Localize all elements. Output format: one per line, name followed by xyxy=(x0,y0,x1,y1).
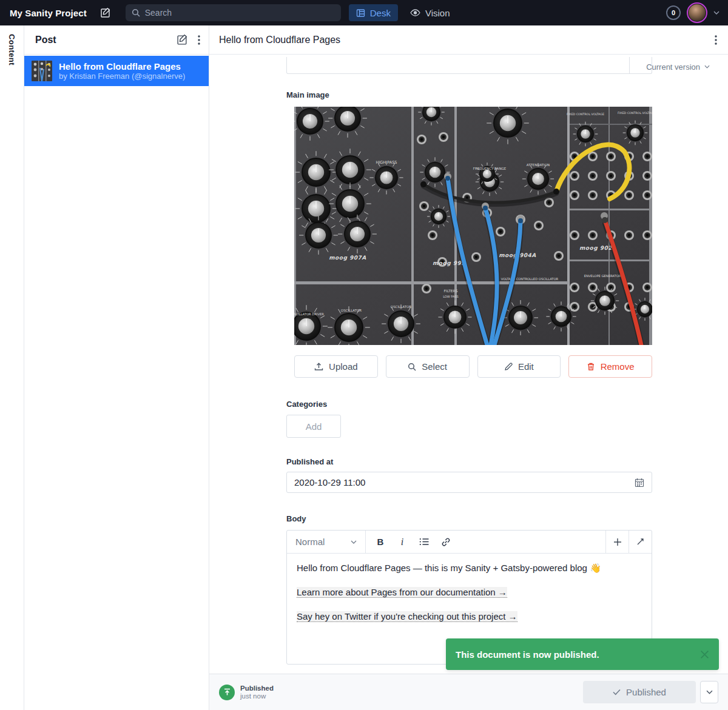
document-footer: Published just now Published xyxy=(209,674,728,710)
edit-label: Edit xyxy=(518,361,534,372)
remove-label: Remove xyxy=(601,361,635,372)
main-image-label: Main image xyxy=(286,90,652,99)
post-panel-header: Post xyxy=(24,25,209,55)
check-icon xyxy=(613,689,621,695)
upload-label: Upload xyxy=(329,361,358,372)
search-icon xyxy=(132,8,140,17)
body-paragraph[interactable]: Hello from Cloudflare Pages — this is my… xyxy=(297,563,642,574)
post-item-title: Hello from Cloudflare Pages xyxy=(59,61,185,72)
trash-icon xyxy=(587,362,595,371)
edit-button[interactable]: Edit xyxy=(477,355,561,378)
post-panel-menu-icon[interactable] xyxy=(198,35,200,45)
avatar[interactable] xyxy=(687,2,707,23)
publish-button-label: Published xyxy=(626,687,666,697)
eye-icon xyxy=(410,9,420,16)
body-link-twitter[interactable]: Say hey on Twitter if you're checking ou… xyxy=(297,611,517,622)
categories-label: Categories xyxy=(286,400,652,409)
synth-panel-label: FREQUENCY RANGE xyxy=(473,167,507,170)
document-scroll-area[interactable]: Current version Main image xyxy=(209,55,728,674)
synth-panel-label: ATTENUATION xyxy=(527,163,550,167)
post-item-subtitle: by Kristian Freeman (@signalnerve) xyxy=(59,72,185,81)
synth-panel-label: moog 907A xyxy=(329,255,366,261)
synth-panel-label: LOW PASS xyxy=(443,295,459,298)
search-icon xyxy=(408,363,416,371)
italic-icon[interactable]: i xyxy=(393,532,412,552)
publish-status-title: Published xyxy=(240,685,274,692)
search-bar[interactable] xyxy=(126,4,341,21)
chevron-down-icon xyxy=(706,690,713,694)
publish-status: Published just now xyxy=(219,685,274,700)
document-menu-icon[interactable] xyxy=(715,35,717,45)
bold-icon[interactable]: B xyxy=(371,532,390,552)
published-at-label: Published at xyxy=(286,457,652,466)
select-button[interactable]: Select xyxy=(386,355,470,378)
link-icon[interactable] xyxy=(436,532,456,552)
sanity-studio: My Sanity Project Desk xyxy=(0,0,728,710)
published-at-input[interactable] xyxy=(294,477,635,487)
synth-panel-label: FILTERS xyxy=(443,289,457,293)
content-rail-label: Content xyxy=(7,34,16,710)
tab-desk-label: Desk xyxy=(370,8,391,18)
fullscreen-button[interactable] xyxy=(629,531,652,553)
post-list-panel: Post xyxy=(24,25,209,710)
synth-panel-label: OSCILLATOR xyxy=(341,309,362,312)
add-category-button[interactable]: Add xyxy=(286,415,341,438)
publish-toast: This document is now published. xyxy=(446,638,719,670)
editor-toolbar: Normal B i xyxy=(287,531,652,554)
synth-panel-label: ENVELOPE GENERATOR xyxy=(584,274,621,278)
publish-status-time: just now xyxy=(240,692,274,700)
post-list-item-selected[interactable]: Hello from Cloudflare Pages by Kristian … xyxy=(24,56,209,86)
publish-menu-button[interactable] xyxy=(700,681,718,703)
content-rail[interactable]: Content xyxy=(0,25,24,710)
new-document-icon[interactable] xyxy=(100,7,111,18)
notifications-badge[interactable]: 0 xyxy=(666,5,681,20)
synth-panel-label: HIGH PASS xyxy=(376,160,397,165)
tab-vision[interactable]: Vision xyxy=(403,4,457,21)
project-title: My Sanity Project xyxy=(10,8,87,18)
search-input[interactable] xyxy=(145,8,335,18)
calendar-icon[interactable] xyxy=(635,478,644,487)
block-style-select[interactable]: Normal xyxy=(287,531,366,553)
synth-panel-label: OSCILLATOR DRIVER xyxy=(294,312,324,316)
synth-panel-label: OSCILLATOR xyxy=(391,305,412,309)
synth-panel-label: FIXED CONTROL VOLTAGE xyxy=(567,113,604,116)
published-at-field[interactable] xyxy=(286,472,652,493)
tab-vision-label: Vision xyxy=(425,8,450,18)
select-label: Select xyxy=(422,361,447,372)
body-label: Body xyxy=(286,514,652,523)
published-icon xyxy=(219,685,235,700)
chevron-down-icon[interactable] xyxy=(713,11,720,15)
chevron-down-icon xyxy=(704,65,710,69)
insert-block-button[interactable] xyxy=(605,531,629,553)
desk-icon xyxy=(356,8,365,18)
remove-button[interactable]: Remove xyxy=(568,355,652,378)
slug-field-divider xyxy=(629,57,630,73)
publish-button[interactable]: Published xyxy=(583,681,696,703)
post-thumbnail xyxy=(32,61,52,81)
close-icon[interactable] xyxy=(700,650,709,659)
toast-message: This document is now published. xyxy=(456,649,599,660)
block-style-value: Normal xyxy=(295,537,346,547)
slug-field-truncated[interactable] xyxy=(286,57,652,74)
body-text-area[interactable]: Hello from Cloudflare Pages — this is my… xyxy=(287,554,652,644)
version-label: Current version xyxy=(646,62,700,72)
upload-icon xyxy=(314,362,323,371)
document-panel: Hello from Cloudflare Pages Current vers… xyxy=(209,25,728,710)
top-navbar: My Sanity Project Desk xyxy=(0,0,728,25)
post-panel-title: Post xyxy=(35,35,56,45)
synth-panel-label: FIXED CONTROL VOLTAGE xyxy=(618,112,652,115)
upload-button[interactable]: Upload xyxy=(294,355,378,378)
synth-panel-label: moog 902 xyxy=(579,245,612,251)
bulleted-list-icon[interactable] xyxy=(414,532,434,552)
image-actions: Upload Select Edit xyxy=(294,355,652,378)
tab-desk[interactable]: Desk xyxy=(349,4,398,21)
chevron-down-icon xyxy=(351,540,357,544)
body-link-docs[interactable]: Learn more about Pages from our document… xyxy=(297,587,507,598)
document-title: Hello from Cloudflare Pages xyxy=(219,35,340,45)
main-image-preview[interactable]: HIGH PASSFREQUENCY RANGEATTENUATIONFIXED… xyxy=(294,107,652,345)
plus-icon xyxy=(613,538,622,546)
document-header: Hello from Cloudflare Pages xyxy=(209,25,728,55)
version-selector[interactable]: Current version xyxy=(646,55,728,79)
expand-icon xyxy=(636,538,644,546)
create-post-icon[interactable] xyxy=(177,34,188,45)
